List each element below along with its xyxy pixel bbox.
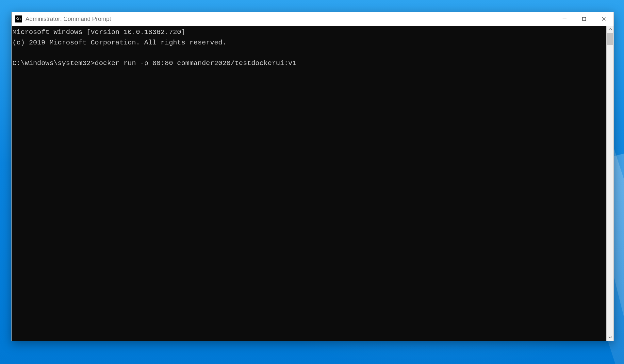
vertical-scrollbar[interactable] — [606, 26, 614, 341]
window-body: Microsoft Windows [Version 10.0.18362.72… — [12, 26, 614, 341]
terminal-command: docker run -p 80:80 commander2020/testdo… — [95, 59, 297, 67]
terminal-line-version: Microsoft Windows [Version 10.0.18362.72… — [12, 28, 185, 36]
scroll-down-button[interactable] — [607, 334, 614, 341]
scroll-track[interactable] — [607, 33, 614, 334]
maximize-button[interactable] — [574, 12, 594, 26]
chevron-up-icon — [609, 28, 612, 30]
minimize-button[interactable] — [555, 12, 574, 26]
scroll-thumb[interactable] — [607, 33, 613, 45]
terminal-output[interactable]: Microsoft Windows [Version 10.0.18362.72… — [12, 26, 606, 341]
window-title: Administrator: Command Prompt — [25, 16, 111, 23]
close-icon — [601, 17, 606, 21]
titlebar[interactable]: Administrator: Command Prompt — [12, 12, 614, 26]
scroll-up-button[interactable] — [607, 26, 614, 33]
cmd-icon — [15, 15, 22, 23]
terminal-prompt: C:\Windows\system32> — [12, 59, 95, 67]
command-prompt-window: Administrator: Command Prompt Mi — [11, 12, 614, 341]
chevron-down-icon — [609, 336, 612, 338]
window-controls — [555, 12, 614, 26]
maximize-icon — [582, 17, 586, 21]
svg-rect-1 — [583, 17, 586, 21]
terminal-line-copyright: (c) 2019 Microsoft Corporation. All righ… — [12, 39, 226, 46]
close-button[interactable] — [594, 12, 614, 26]
minimize-icon — [562, 17, 567, 21]
